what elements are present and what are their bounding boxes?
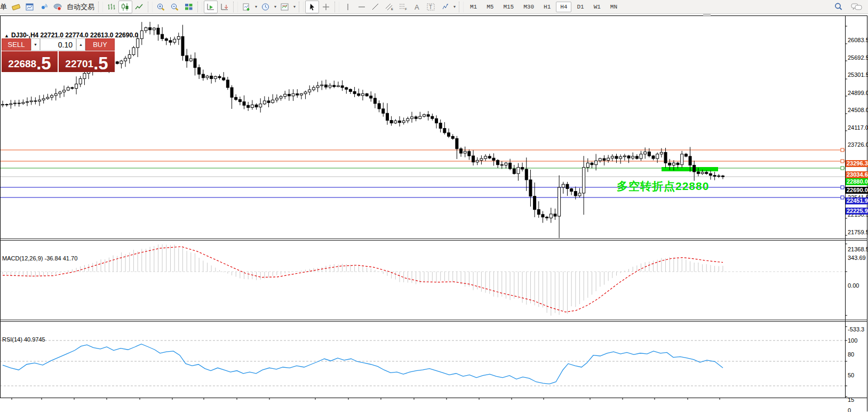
tile-windows-button[interactable] [182, 1, 196, 13]
macd-axis-label: -533.3 [848, 326, 864, 332]
autotrading-button[interactable] [51, 1, 65, 13]
arrows-button[interactable] [438, 1, 452, 13]
periods-clock-icon [261, 3, 270, 11]
periods-button[interactable] [259, 1, 273, 13]
volume-decrease-button[interactable]: ▼ [31, 38, 40, 51]
timeframe-H4[interactable]: H4 [556, 2, 571, 12]
chat-bubbles-icon [851, 2, 863, 11]
autotrading-icon [53, 3, 62, 11]
macd-axis-label: 0.00 [848, 282, 859, 289]
zoom-out-icon [170, 3, 180, 11]
sell-price-frac: .5 [36, 54, 51, 72]
mt4-window: { "toolbar": { "clipped_left_char": "单",… [0, 0, 868, 412]
clipped-menu-text: 单 [0, 2, 7, 12]
signals-icon [39, 3, 49, 11]
one-click-trading-panel: SELL ▼ ▲ BUY 22688.5 22701.5 [2, 38, 115, 72]
zoom-out-button[interactable] [168, 1, 182, 13]
templates-dropdown-caret[interactable]: ▾ [292, 1, 297, 13]
price-axis-label: 25692.5 [848, 54, 868, 61]
periods-dropdown-caret[interactable]: ▾ [273, 1, 278, 13]
zoom-in-button[interactable] [154, 1, 168, 13]
indicators-button[interactable] [240, 1, 253, 13]
bar-chart-button[interactable] [105, 1, 118, 13]
text-label-icon: T [426, 3, 436, 11]
buy-button[interactable]: BUY [85, 38, 115, 51]
text-a-icon: A [413, 3, 421, 11]
price-axis-label: 21759.5 [848, 229, 868, 235]
market-watch-button[interactable] [23, 1, 37, 13]
sell-price-button[interactable]: 22688.5 [2, 51, 58, 72]
volume-input[interactable] [40, 38, 76, 51]
crosshair-icon [322, 3, 330, 11]
cursor-icon [308, 3, 316, 11]
volume-increase-button[interactable]: ▲ [76, 38, 85, 51]
toolbar-separator [335, 2, 339, 12]
timeframe-M15[interactable]: M15 [499, 2, 518, 12]
trendline-button[interactable] [369, 1, 383, 13]
chart-title: ▲DJ30-,H4 22721.0 22774.0 22613.0 22690.… [4, 31, 138, 39]
search-button[interactable] [832, 1, 846, 13]
chart-shift-icon [220, 3, 229, 11]
text-label-button[interactable]: T [424, 1, 438, 13]
indicators-dropdown-caret[interactable]: ▾ [253, 1, 259, 13]
price-tag[interactable]: 22225.9 [846, 208, 868, 215]
rsi-axis-label: 0 [848, 407, 851, 412]
search-icon [834, 2, 843, 11]
auto-scroll-button[interactable] [204, 1, 218, 13]
timeframe-M5[interactable]: M5 [482, 2, 498, 12]
svg-text:F: F [405, 7, 407, 11]
arrows-dropdown-caret[interactable]: ▾ [452, 1, 457, 13]
toolbar-separator [459, 2, 464, 12]
timeframe-M30[interactable]: M30 [519, 2, 538, 12]
price-axis-label: 25301.5 [848, 72, 868, 78]
splitter-handle[interactable] [703, 14, 711, 17]
price-tag[interactable]: 22880.0 [846, 178, 868, 185]
fibonacci-button[interactable]: F [396, 1, 410, 13]
text-button[interactable]: A [410, 1, 424, 13]
candlestick-chart-button[interactable] [118, 1, 132, 13]
signals-button[interactable] [37, 1, 51, 13]
sell-button[interactable]: SELL [2, 38, 31, 51]
crosshair-button[interactable] [319, 1, 333, 13]
rsi-axis-label: 50 [848, 372, 854, 378]
horizontal-line-button[interactable] [355, 1, 369, 13]
price-axis-label: 23726.0 [848, 141, 868, 148]
price-tag[interactable]: 22451.9 [846, 197, 868, 204]
timeframe-M1[interactable]: M1 [466, 2, 481, 12]
chart-area[interactable]: ▲DJ30-,H4 22721.0 22774.0 22613.0 22690.… [0, 14, 868, 412]
templates-button[interactable] [278, 1, 292, 13]
bar-chart-icon [107, 3, 116, 11]
candlestick-chart-icon [121, 3, 130, 11]
equidistant-channel-button[interactable]: E [383, 1, 396, 13]
chart-canvas[interactable] [0, 14, 868, 412]
collapse-panel-icon[interactable]: ▲ [4, 33, 9, 38]
chart-title-text: DJ30-,H4 22721.0 22774.0 22613.0 22690.0 [11, 31, 138, 39]
timeframe-group: M1M5M15M30H1H4D1W1MN [465, 2, 622, 12]
line-chart-button[interactable] [132, 1, 146, 13]
price-tag[interactable]: 23296.3 [846, 160, 868, 167]
vertical-line-icon [344, 3, 352, 11]
price-tag[interactable]: 23034.6 [846, 171, 868, 178]
price-axis-label: 21368.5 [848, 246, 868, 252]
macd-indicator-label: MACD(12,26,9) -36.84 41.70 [2, 255, 77, 262]
timeframe-H1[interactable]: H1 [539, 2, 555, 12]
price-axis-label: 24117.0 [848, 124, 868, 131]
tile-windows-icon [184, 3, 194, 11]
buy-price-button[interactable]: 22701.5 [59, 51, 115, 72]
timeframe-MN[interactable]: MN [606, 2, 622, 12]
highlight-bar [662, 167, 718, 171]
rsi-indicator-label: RSI(14) 40.9745 [2, 336, 45, 343]
price-axis-label: 24899.0 [848, 90, 868, 96]
new-order-icon [11, 3, 21, 11]
main-toolbar: 单 自动交易 ▾ ▾ ▾ E F A T ▾ M1M5M15M30H1H4D1W… [0, 0, 868, 14]
timeframe-D1[interactable]: D1 [572, 2, 588, 12]
chart-shift-button[interactable] [218, 1, 232, 13]
vertical-line-button[interactable] [341, 1, 355, 13]
buy-price-frac: .5 [93, 54, 108, 72]
cursor-button[interactable] [305, 1, 319, 13]
chat-button[interactable] [850, 1, 864, 13]
price-tag[interactable]: 22690.0 [846, 187, 868, 194]
autotrading-label[interactable]: 自动交易 [67, 2, 94, 12]
timeframe-W1[interactable]: W1 [590, 2, 605, 12]
new-order-button[interactable] [9, 1, 23, 13]
